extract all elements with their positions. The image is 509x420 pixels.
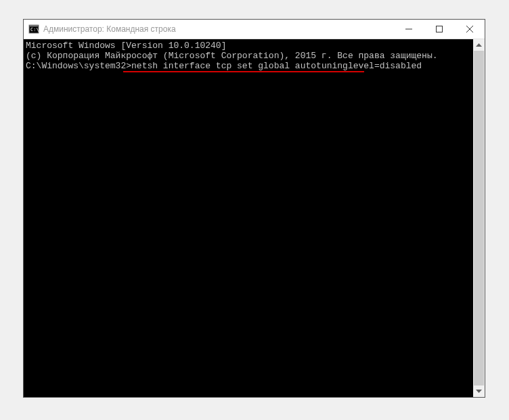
scroll-down-button[interactable] [473,386,485,397]
titlebar[interactable]: C:\ Администратор: Командная строка [24,20,485,39]
svg-rect-4 [436,26,442,32]
window-controls [393,20,485,39]
annotation-underline [123,71,364,72]
terminal-area: Microsoft Windows [Version 10.0.10240](c… [24,39,485,397]
typed-command: netsh interface tcp set global autotunin… [131,61,422,71]
prompt-prefix: C:\Windows\system32> [26,61,131,71]
scroll-up-button[interactable] [473,39,485,51]
svg-marker-8 [476,390,482,393]
window-title: Администратор: Командная строка [43,24,393,34]
scrollbar-thumb[interactable] [474,51,484,386]
vertical-scrollbar[interactable] [473,39,485,397]
output-line: (c) Корпорация Майкрософт (Microsoft Cor… [26,51,471,61]
cmd-icon: C:\ [28,24,39,34]
terminal-output[interactable]: Microsoft Windows [Version 10.0.10240](c… [24,39,473,397]
minimize-button[interactable] [393,20,424,39]
svg-rect-1 [30,26,38,26]
svg-marker-7 [476,43,482,47]
command-prompt-window: C:\ Администратор: Командная строка Micr… [23,19,485,398]
prompt-line: C:\Windows\system32>netsh interface tcp … [26,61,422,71]
svg-text:C:\: C:\ [30,27,39,32]
close-button[interactable] [454,20,485,39]
maximize-button[interactable] [424,20,454,39]
scrollbar-track[interactable] [473,51,485,386]
output-line: Microsoft Windows [Version 10.0.10240] [26,41,471,51]
